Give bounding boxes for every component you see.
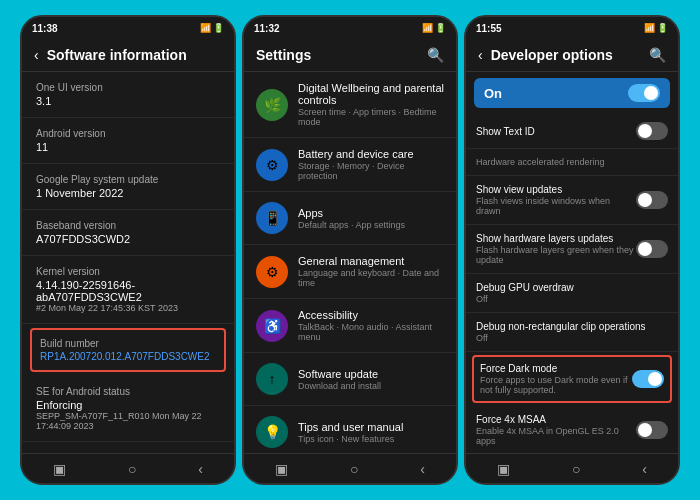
on-label: On — [484, 86, 502, 101]
baseband-label: Baseband version — [36, 220, 220, 231]
on-toggle[interactable] — [628, 84, 660, 102]
nav-home-3[interactable]: ○ — [572, 461, 580, 477]
android-label: Android version — [36, 128, 220, 139]
software-update-title: Software update — [298, 368, 444, 380]
show-hw-title: Show hardware layers updates — [476, 233, 636, 244]
settings-accessibility[interactable]: ♿ Accessibility TalkBack · Mono audio · … — [244, 299, 456, 353]
baseband-value: A707FDDS3CWD2 — [36, 233, 220, 245]
wellbeing-icon: 🌿 — [256, 89, 288, 121]
tips-sub: Tips icon · New features — [298, 434, 444, 444]
nav-back-3[interactable]: ‹ — [642, 461, 647, 477]
nav-recent-3[interactable]: ▣ — [497, 461, 510, 477]
build-value: RP1A.200720.012.A707FDDS3CWE2 — [40, 351, 216, 362]
one-ui-value: 3.1 — [36, 95, 220, 107]
apps-icon: 📱 — [256, 202, 288, 234]
kernel-value: 4.14.190-22591646-abA707FDDS3CWE2 — [36, 279, 220, 303]
force-msaa-sub: Enable 4x MSAA in OpenGL ES 2.0 apps — [476, 426, 636, 446]
debug-clip-title: Debug non-rectangular clip operations — [476, 321, 668, 332]
header-3: ‹ Developer options 🔍 — [466, 39, 678, 72]
status-bar-2: 11:32 📶 🔋 — [244, 17, 456, 39]
force-msaa-toggle[interactable] — [636, 421, 668, 439]
accessibility-sub: TalkBack · Mono audio · Assistant menu — [298, 322, 444, 342]
settings-apps[interactable]: 📱 Apps Default apps · App settings — [244, 192, 456, 245]
dev-show-view-updates[interactable]: Show view updates Flash views inside win… — [466, 176, 678, 225]
dev-force-msaa[interactable]: Force 4x MSAA Enable 4x MSAA in OpenGL E… — [466, 406, 678, 453]
toggle-knob — [644, 86, 658, 100]
google-play-value: 1 November 2022 — [36, 187, 220, 199]
developer-content: On Show Text ID Hardware accelerated ren… — [466, 72, 678, 453]
time-2: 11:32 — [254, 23, 280, 34]
settings-wellbeing[interactable]: 🌿 Digital Wellbeing and parental control… — [244, 72, 456, 138]
debug-gpu-sub: Off — [476, 294, 668, 304]
se-label: SE for Android status — [36, 386, 220, 397]
phone-developer: 11:55 📶 🔋 ‹ Developer options 🔍 On Sho — [464, 15, 680, 485]
settings-software-update[interactable]: ↑ Software update Download and install — [244, 353, 456, 406]
show-view-toggle[interactable] — [636, 191, 668, 209]
debug-gpu-title: Debug GPU overdraw — [476, 282, 668, 293]
phone-settings: 11:32 📶 🔋 Settings 🔍 🌿 Digital Wellbeing… — [242, 15, 458, 485]
nav-3: ▣ ○ ‹ — [466, 453, 678, 483]
status-bar-1: 11:38 📶 🔋 — [22, 17, 234, 39]
se-small: SEPP_SM-A707F_11_R010 Mon May 22 17:44:0… — [36, 411, 220, 431]
debug-clip-sub: Off — [476, 333, 668, 343]
show-view-sub: Flash views inside windows when drawn — [476, 196, 636, 216]
nav-recent-2[interactable]: ▣ — [275, 461, 288, 477]
battery-sub: Storage · Memory · Device protection — [298, 161, 444, 181]
force-dark-toggle[interactable] — [632, 370, 664, 388]
header-title-1: Software information — [47, 47, 222, 63]
show-view-title: Show view updates — [476, 184, 636, 195]
tips-title: Tips and user manual — [298, 421, 444, 433]
kernel-version: Kernel version 4.14.190-22591646-abA707F… — [22, 256, 234, 324]
dev-force-dark-highlighted[interactable]: Force Dark mode Force apps to use Dark m… — [472, 355, 672, 403]
back-button-3[interactable]: ‹ — [478, 47, 483, 63]
nav-home-1[interactable]: ○ — [128, 461, 136, 477]
general-title: General management — [298, 255, 444, 267]
force-msaa-title: Force 4x MSAA — [476, 414, 636, 425]
software-info-content: One UI version 3.1 Android version 11 Go… — [22, 72, 234, 453]
nav-back-2[interactable]: ‹ — [420, 461, 425, 477]
status-icons-1: 📶 🔋 — [200, 23, 224, 33]
developer-on-toggle[interactable]: On — [474, 78, 670, 108]
hw-rendering-title: Hardware accelerated rendering — [476, 157, 668, 167]
show-text-id-toggle[interactable] — [636, 122, 668, 140]
settings-tips[interactable]: 💡 Tips and user manual Tips icon · New f… — [244, 406, 456, 453]
nav-back-1[interactable]: ‹ — [198, 461, 203, 477]
header-2: Settings 🔍 — [244, 39, 456, 72]
header-1: ‹ Software information — [22, 39, 234, 72]
status-icons-3: 📶 🔋 — [644, 23, 668, 33]
dev-debug-clip[interactable]: Debug non-rectangular clip operations Of… — [466, 313, 678, 352]
dev-hw-rendering-header: Hardware accelerated rendering — [466, 149, 678, 176]
google-play-label: Google Play system update — [36, 174, 220, 185]
dev-show-text-id[interactable]: Show Text ID — [466, 114, 678, 149]
dev-show-hw-layers[interactable]: Show hardware layers updates Flash hardw… — [466, 225, 678, 274]
settings-battery[interactable]: ⚙ Battery and device care Storage · Memo… — [244, 138, 456, 192]
force-dark-sub: Force apps to use Dark mode even if not … — [480, 375, 632, 395]
back-button-1[interactable]: ‹ — [34, 47, 39, 63]
phone-software-info: 11:38 📶 🔋 ‹ Software information One UI … — [20, 15, 236, 485]
one-ui-version: One UI version 3.1 — [22, 72, 234, 118]
show-hw-toggle[interactable] — [636, 240, 668, 258]
force-dark-title: Force Dark mode — [480, 363, 632, 374]
general-sub: Language and keyboard · Date and time — [298, 268, 444, 288]
software-update-icon: ↑ — [256, 363, 288, 395]
kernel-label: Kernel version — [36, 266, 220, 277]
time-1: 11:38 — [32, 23, 58, 34]
build-number-highlighted: Build number RP1A.200720.012.A707FDDS3CW… — [30, 328, 226, 372]
nav-1: ▣ ○ ‹ — [22, 453, 234, 483]
search-icon-3[interactable]: 🔍 — [649, 47, 666, 63]
one-ui-label: One UI version — [36, 82, 220, 93]
toggle-knob-2 — [638, 124, 652, 138]
google-play-update: Google Play system update 1 November 202… — [22, 164, 234, 210]
settings-general[interactable]: ⚙ General management Language and keyboa… — [244, 245, 456, 299]
accessibility-title: Accessibility — [298, 309, 444, 321]
nav-home-2[interactable]: ○ — [350, 461, 358, 477]
search-icon-2[interactable]: 🔍 — [427, 47, 444, 63]
battery-title: Battery and device care — [298, 148, 444, 160]
dev-debug-gpu[interactable]: Debug GPU overdraw Off — [466, 274, 678, 313]
show-hw-sub: Flash hardware layers green when they up… — [476, 245, 636, 265]
nav-recent-1[interactable]: ▣ — [53, 461, 66, 477]
baseband-version: Baseband version A707FDDS3CWD2 — [22, 210, 234, 256]
wellbeing-title: Digital Wellbeing and parental controls — [298, 82, 444, 106]
toggle-knob-5 — [648, 372, 662, 386]
settings-content: 🌿 Digital Wellbeing and parental control… — [244, 72, 456, 453]
